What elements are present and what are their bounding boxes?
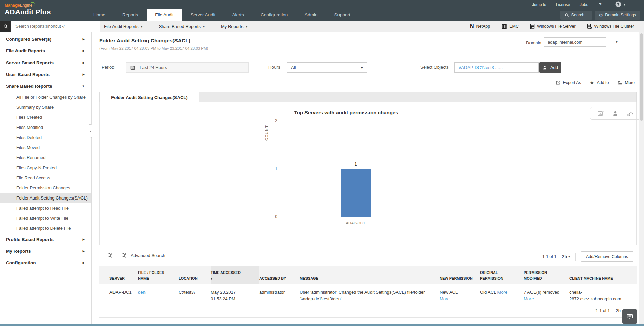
sidebar-item-files-copy-n-pasted[interactable]: Files Copy-N-Pasted — [0, 163, 91, 173]
sidebar-item-folder-audit-setting-changes-sacl[interactable]: Folder Audit Setting Changes(SACL) — [0, 193, 91, 203]
nav-tab-support[interactable]: Support — [326, 9, 358, 21]
platform-windows-file-cluster[interactable]: Windows File Cluster — [587, 24, 634, 29]
column-header-server[interactable]: SERVER — [109, 266, 138, 284]
person-add-icon — [543, 65, 548, 70]
report-tabrow: Folder Audit Setting Changes(SACL) — [99, 92, 637, 103]
nav-tab-server-audit[interactable]: Server Audit — [182, 9, 224, 21]
sidebar-item-files-renamed[interactable]: Files Renamed — [0, 153, 91, 163]
gear-icon: ⚙ — [599, 13, 603, 17]
nav-tab-reports[interactable]: Reports — [114, 9, 147, 21]
column-header-client-machine-name[interactable]: CLIENT MACHINE NAME — [569, 266, 632, 284]
platform-label: EMC — [509, 24, 519, 29]
select-objects-input[interactable] — [454, 62, 539, 73]
permission-modified-text: 7 ACE(s) removed — [524, 290, 559, 295]
search-icon-box[interactable] — [0, 21, 11, 32]
add-object-button[interactable]: Add — [539, 62, 561, 73]
column-header-original-permission[interactable]: ORIGINAL PERMISSION — [480, 266, 524, 284]
column-header-accessed-by[interactable]: ACCESSED BY — [259, 266, 300, 284]
nav-tab-alerts[interactable]: Alerts — [224, 9, 252, 21]
sidebar-item-files-modified[interactable]: Files Modified — [0, 122, 91, 133]
menu-file-audit-reports[interactable]: File Audit Reports▾ — [96, 24, 151, 29]
sidebar-section-profile-based-reports[interactable]: Profile Based Reports▶ — [0, 233, 91, 245]
nav-tab-admin[interactable]: Admin — [296, 9, 326, 21]
sidebar-section-my-reports[interactable]: My Reports▶ — [0, 245, 91, 257]
nav-tab-home[interactable]: Home — [85, 9, 114, 21]
chevron-down-icon[interactable]: ▾ — [616, 39, 618, 44]
sidebar-item-all-file-or-folder-changes-by-share[interactable]: All File or Folder Changes by Share — [0, 92, 91, 102]
column-header-time-accessed[interactable]: TIME ACCESSED▾ — [211, 266, 259, 284]
sidebar-section-label: Configured Server(s) — [6, 37, 51, 42]
chat-button[interactable] — [622, 309, 637, 324]
page-size-select[interactable]: 25 ▾ — [562, 254, 570, 259]
permission-modified-more-link[interactable]: More — [524, 296, 534, 301]
platform-emc[interactable]: EMC — [502, 24, 519, 29]
sidebar-item-failed-attempt-to-read-file[interactable]: Failed attempt to Read File — [0, 203, 91, 213]
sidebar-section-configuration[interactable]: Configuration▶ — [0, 257, 91, 269]
user-menu[interactable]: ▾ — [615, 1, 625, 8]
menu-share-based-reports[interactable]: Share Based Reports▾ — [151, 24, 213, 29]
sidebar-section-file-audit-reports[interactable]: File Audit Reports▶ — [0, 45, 91, 57]
sidebar-section-share-based-reports[interactable]: Share Based Reports▼ — [0, 80, 91, 92]
add-remove-columns-button[interactable]: Add/Remove Columns — [581, 251, 633, 262]
domain-settings-button[interactable]: ⚙ Domain Settings — [595, 11, 640, 20]
sidebar-item-failed-attempt-to-write-file[interactable]: Failed attempt to Write File — [0, 213, 91, 223]
chevron-right-icon: ▶ — [83, 238, 85, 241]
more-button[interactable]: More — [618, 80, 635, 85]
domain-settings-label: Domain Settings — [605, 13, 636, 17]
avatar-icon — [615, 1, 622, 8]
chevron-down-icon: ▾ — [246, 25, 247, 28]
new-permission-more-link[interactable]: More — [440, 296, 474, 302]
hours-select[interactable]: All ▾ — [287, 62, 367, 73]
nav-tab-file-audit[interactable]: File Audit — [147, 9, 182, 21]
nav-tab-configuration[interactable]: Configuration — [252, 9, 296, 21]
jobs-link[interactable]: Jobs — [575, 2, 593, 7]
column-header-file-folder-name[interactable]: FILE / FOLDER NAME — [138, 266, 179, 284]
column-header-message[interactable]: MESSAGE — [300, 266, 440, 284]
column-header-new-permission[interactable]: NEW PERMISSION — [440, 266, 480, 284]
sidebar-section-configured-server-s[interactable]: Configured Server(s)▶ — [0, 33, 91, 45]
add-chart-icon[interactable] — [598, 111, 604, 116]
help-icon[interactable]: ? — [593, 2, 607, 7]
scrollbar-thumb[interactable] — [640, 33, 643, 121]
sidebar-section-server-based-reports[interactable]: Server Based Reports▶ — [0, 57, 91, 69]
file-folder-link[interactable]: den — [138, 290, 146, 295]
add-to-button[interactable]: ★ Add to — [590, 80, 609, 85]
toolbar-menus: File Audit Reports▾Share Based Reports▾M… — [96, 21, 255, 32]
jump-to-link[interactable]: Jump to — [527, 2, 551, 7]
export-as-button[interactable]: Export As — [556, 80, 581, 85]
nav-tabs: HomeReportsFile AuditServer AuditAlertsC… — [85, 9, 359, 21]
advanced-search-label[interactable]: Advanced Search — [131, 253, 165, 258]
period-picker[interactable]: Last 24 Hours — [126, 62, 249, 73]
sidebar-collapse-handle[interactable]: ◂ — [89, 124, 92, 138]
sidebar-item-folder-permission-changes[interactable]: Folder Permission Changes — [0, 183, 91, 193]
sidebar-item-summary-by-share[interactable]: Summary by Share — [0, 102, 91, 112]
sidebar-item-failed-attempt-to-delete-file[interactable]: Failed attempt to Delete File — [0, 223, 91, 233]
menu-my-reports[interactable]: My Reports▾ — [213, 24, 256, 29]
domain-select[interactable]: adap.internal.com — [544, 37, 606, 47]
advanced-search-icon[interactable] — [121, 253, 127, 258]
quick-search-icon[interactable] — [107, 253, 112, 258]
report-tab-active[interactable]: Folder Audit Setting Changes(SACL) — [100, 92, 199, 103]
sidebar-section-label: My Reports — [6, 249, 31, 254]
global-search-button[interactable]: Search... — [560, 11, 592, 20]
column-header-location[interactable]: LOCATION — [179, 266, 211, 284]
page: ManageEngine ADAudit Plus HomeReportsFil… — [0, 0, 644, 326]
platform-windows-file-server[interactable]: Windows File Server — [530, 24, 576, 29]
column-header-permission-modified[interactable]: PERMISSION MODIFIED — [524, 266, 569, 284]
license-link[interactable]: License — [551, 2, 575, 7]
refresh-chart-icon[interactable] — [627, 111, 633, 116]
sidebar-item-files-deleted[interactable]: Files Deleted — [0, 133, 91, 143]
original-permission-more-link[interactable]: More — [497, 290, 508, 295]
cell-location: C:\test3\ — [179, 289, 211, 302]
report-search-input[interactable] — [11, 21, 100, 32]
sidebar-item-files-moved[interactable]: Files Moved — [0, 143, 91, 153]
sidebar-item-file-read-access[interactable]: File Read Access — [0, 173, 91, 183]
sidebar-section-label: User Based Reports — [6, 72, 50, 77]
sidebar-item-files-created[interactable]: Files Created — [0, 112, 91, 122]
hours-value: All — [291, 65, 296, 70]
page-scrollbar[interactable] — [639, 32, 644, 324]
bar-adap-dc1[interactable] — [341, 169, 371, 217]
platform-netapp[interactable]: NNetApp — [470, 23, 490, 29]
user-report-icon[interactable] — [613, 111, 618, 116]
sidebar-section-user-based-reports[interactable]: User Based Reports▶ — [0, 69, 91, 80]
